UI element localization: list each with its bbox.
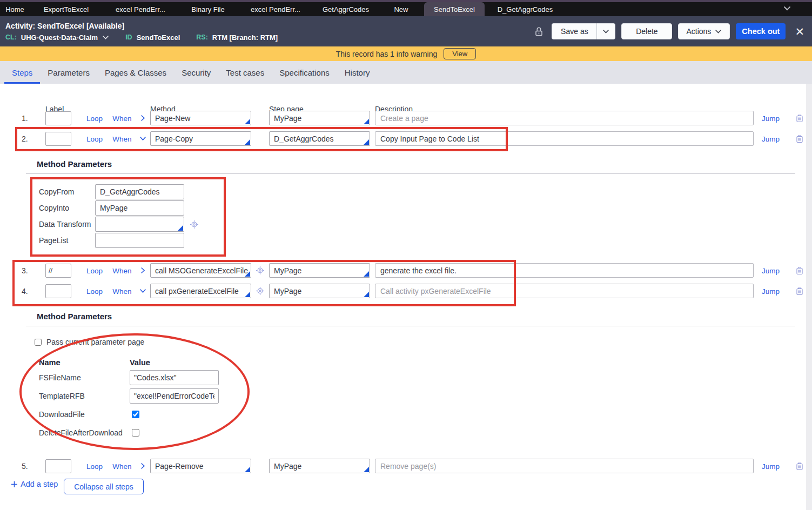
- expand-chevron-right-icon[interactable]: [135, 115, 150, 122]
- method-select[interactable]: Page-New: [150, 111, 251, 125]
- lock-icon: [534, 26, 543, 37]
- step-label-input[interactable]: [45, 132, 71, 146]
- step-page-select[interactable]: MyPage: [269, 263, 370, 278]
- window-tab-sendtoexcel-active[interactable]: SendToExcel: [424, 2, 485, 16]
- templaterfb-input[interactable]: [130, 388, 219, 404]
- steps-panel: Label Method Step page Description 1. Lo…: [0, 84, 812, 510]
- delete-step-trash-icon[interactable]: [791, 266, 808, 275]
- tab-specifications[interactable]: Specifications: [272, 68, 337, 84]
- tab-steps[interactable]: Steps: [4, 68, 40, 84]
- step-page-select[interactable]: MyPage: [269, 459, 370, 473]
- jump-link[interactable]: Jump: [762, 267, 780, 275]
- open-target-icon[interactable]: [190, 220, 199, 229]
- delete-button[interactable]: Delete: [621, 23, 672, 39]
- pagelist-input[interactable]: [95, 233, 184, 248]
- delete-step-trash-icon[interactable]: [791, 286, 808, 296]
- description-input[interactable]: [375, 284, 754, 298]
- tab-test-cases[interactable]: Test cases: [218, 68, 272, 84]
- window-tab-binary-file[interactable]: Binary File: [178, 2, 238, 16]
- expand-chevron-right-icon[interactable]: [135, 462, 150, 469]
- save-as-dropdown-button[interactable]: [597, 23, 615, 39]
- collapse-all-steps-button[interactable]: Collapse all steps: [64, 479, 144, 494]
- description-input[interactable]: [375, 131, 754, 146]
- tab-security[interactable]: Security: [174, 68, 218, 84]
- expand-chevron-down-icon[interactable]: [135, 136, 150, 142]
- window-tab-label: D_GetAggrCodes: [498, 5, 553, 14]
- save-as-button[interactable]: Save as: [552, 23, 597, 39]
- expand-chevron-down-icon[interactable]: [135, 288, 150, 294]
- step-number: 4.: [22, 287, 45, 296]
- view-warning-button[interactable]: View: [444, 48, 476, 59]
- tab-overflow-chevron-icon[interactable]: [783, 4, 791, 14]
- check-out-button[interactable]: Check out: [736, 23, 786, 39]
- data-transform-select[interactable]: [95, 217, 184, 232]
- expand-chevron-right-icon[interactable]: [135, 267, 150, 274]
- window-tab-exporttoexcel[interactable]: ExportToExcel: [30, 2, 103, 16]
- window-tab-excel-penderr-1[interactable]: excel PendErr...: [103, 2, 178, 16]
- jump-link[interactable]: Jump: [762, 287, 780, 296]
- tab-history[interactable]: History: [337, 68, 378, 84]
- param-name: TemplateRFB: [39, 392, 130, 400]
- method-select[interactable]: call MSOGenerateExcelFile: [150, 263, 251, 278]
- pass-parameter-page-checkbox[interactable]: [35, 339, 42, 346]
- loop-link[interactable]: Loop: [86, 462, 103, 471]
- actions-button[interactable]: Actions: [678, 23, 730, 39]
- jump-link[interactable]: Jump: [762, 462, 780, 471]
- description-input[interactable]: [375, 111, 754, 125]
- param-value-header: Value: [130, 358, 150, 367]
- when-link[interactable]: When: [112, 135, 131, 143]
- downloadfile-checkbox[interactable]: [132, 411, 139, 418]
- window-tab-label: SendToExcel: [434, 5, 475, 14]
- step-page-select[interactable]: D_GetAggrCodes: [269, 131, 370, 146]
- step-label-input[interactable]: [45, 459, 71, 473]
- step-row-3: 3. Loop When call MSOGenerateExcelFile M…: [0, 263, 812, 278]
- window-tab-home[interactable]: Home: [0, 2, 30, 16]
- loop-link[interactable]: Loop: [86, 287, 103, 296]
- actions-label: Actions: [686, 27, 711, 36]
- method-select[interactable]: Page-Copy: [150, 131, 251, 146]
- step-number: 5.: [22, 462, 45, 471]
- open-target-icon[interactable]: [251, 286, 269, 296]
- loop-link[interactable]: Loop: [86, 135, 103, 143]
- copyinto-input[interactable]: [95, 200, 184, 216]
- add-step-action[interactable]: Add a step: [11, 480, 58, 488]
- deletefileafterdownload-checkbox[interactable]: [132, 429, 139, 437]
- open-target-icon[interactable]: [251, 266, 269, 275]
- add-step-link[interactable]: Add a step: [21, 480, 58, 488]
- tab-pages-classes[interactable]: Pages & Classes: [97, 68, 174, 84]
- method-select[interactable]: call pxGenerateExcelFile: [150, 284, 251, 298]
- loop-link[interactable]: Loop: [86, 115, 103, 123]
- copyfrom-input[interactable]: [95, 184, 184, 199]
- when-link[interactable]: When: [112, 115, 131, 123]
- window-tab-d-getaggrcodes[interactable]: D_GetAggrCodes: [485, 2, 566, 16]
- scrollbar-track[interactable]: [806, 84, 812, 510]
- step-page-select[interactable]: MyPage: [269, 111, 370, 125]
- when-link[interactable]: When: [112, 462, 131, 471]
- delete-step-trash-icon[interactable]: [791, 461, 808, 471]
- step-label-input[interactable]: [45, 264, 71, 278]
- window-tab-new[interactable]: New: [378, 2, 424, 16]
- description-input[interactable]: [375, 459, 754, 473]
- tab-parameters[interactable]: Parameters: [40, 68, 97, 84]
- when-link[interactable]: When: [112, 287, 131, 296]
- param-row-fsfilename: FSFileName: [39, 370, 219, 385]
- step-label-input[interactable]: [45, 284, 71, 298]
- window-tab-getaggrcodes[interactable]: GetAggrCodes: [313, 2, 378, 16]
- step-page-select[interactable]: MyPage: [269, 284, 370, 298]
- window-tab-label: Binary File: [191, 5, 224, 14]
- jump-link[interactable]: Jump: [762, 135, 780, 143]
- method-select[interactable]: Page-Remove: [150, 459, 251, 473]
- delete-step-trash-icon[interactable]: [791, 134, 808, 143]
- cl-chevron-down-icon[interactable]: [102, 35, 109, 40]
- loop-link[interactable]: Loop: [86, 267, 103, 275]
- copyfrom-label: CopyFrom: [39, 187, 95, 196]
- delete-step-trash-icon[interactable]: [791, 113, 808, 123]
- jump-link[interactable]: Jump: [762, 115, 780, 123]
- step-label-input[interactable]: [45, 111, 71, 125]
- fsfilename-input[interactable]: [130, 370, 219, 385]
- when-link[interactable]: When: [112, 267, 131, 275]
- description-input[interactable]: [375, 263, 754, 278]
- close-icon[interactable]: ✕: [795, 26, 804, 37]
- plus-icon: [11, 481, 18, 488]
- window-tab-excel-penderr-2[interactable]: excel PendErr...: [238, 2, 313, 16]
